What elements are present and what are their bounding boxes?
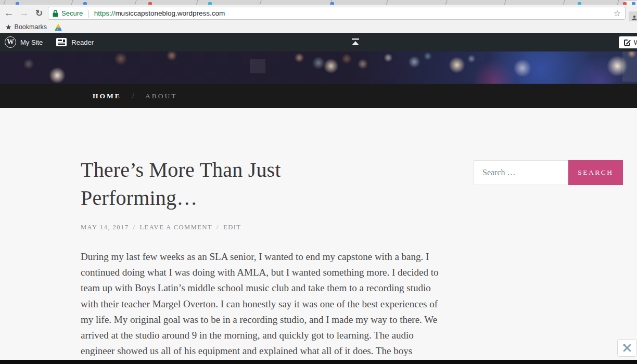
tab-separator (386, 0, 388, 5)
reader-menu[interactable]: Reader (56, 38, 94, 46)
wordpress-admin-bar: W My Site Reader W (0, 33, 637, 51)
nav-item-home[interactable]: HOME (93, 92, 121, 100)
leave-comment-link[interactable]: LEAVE A COMMENT (139, 224, 212, 231)
pencil-edit-icon (623, 38, 631, 47)
write-label: W (634, 38, 637, 46)
extension-glyph-icon (631, 15, 637, 21)
write-button[interactable]: W (619, 36, 637, 48)
header-image (0, 51, 637, 84)
nav-separator: / (132, 92, 134, 100)
tab-separator (563, 0, 565, 5)
header-artifact (622, 51, 637, 82)
tab-separator (445, 0, 448, 5)
page-content: There’s More Than Just Performing… MAY 1… (0, 108, 637, 360)
tools-widget-button[interactable] (617, 339, 636, 357)
reload-icon[interactable]: ↻ (33, 7, 45, 19)
site-navigation: HOME / ABOUT (0, 84, 637, 108)
search-button[interactable]: SEARCH (568, 160, 623, 185)
browser-tab-strip[interactable] (0, 0, 637, 5)
header-artifact (250, 59, 265, 73)
post-meta: MAY 14, 2017/LEAVE A COMMENT/EDIT (81, 224, 441, 231)
url-host[interactable]: musiccapstoneblog.wordpress.com (115, 9, 225, 17)
crossed-tools-icon (622, 343, 632, 353)
reader-icon (56, 38, 67, 46)
tab-separator (3, 0, 6, 5)
browser-toolbar: ← → ↻ Secure | https:// musiccapstoneblo… (0, 5, 637, 21)
bookmark-star-icon[interactable]: ☆ (614, 8, 621, 18)
secure-label: Secure (61, 9, 83, 17)
post-title[interactable]: There’s More Than Just Performing… (81, 156, 372, 212)
address-bar[interactable]: Secure | https:// musiccapstoneblog.word… (48, 7, 626, 20)
edit-link[interactable]: EDIT (223, 224, 241, 231)
back-icon[interactable]: ← (3, 7, 15, 19)
lock-icon (53, 10, 58, 17)
star-icon: ★ (5, 23, 12, 31)
tab-separator (71, 0, 73, 5)
bookmarks-folder[interactable]: ★ Bookmarks (5, 23, 47, 31)
url-scheme: https:// (94, 9, 116, 17)
secure-chip[interactable]: Secure (53, 9, 83, 17)
tab-separator (504, 0, 506, 5)
forward-icon: → (18, 7, 30, 19)
tab-separator (196, 0, 198, 5)
footer-bar (0, 360, 637, 364)
bookmarks-bar: ★ Bookmarks (0, 21, 637, 33)
tab-separator (259, 0, 262, 5)
post-body-text: During my last few weeks as an SLA senio… (81, 249, 441, 364)
reader-label: Reader (71, 38, 94, 46)
meta-separator: / (216, 224, 219, 231)
nav-item-about[interactable]: ABOUT (145, 92, 177, 100)
google-drive-icon[interactable] (54, 23, 62, 31)
search-widget: SEARCH (474, 160, 623, 185)
my-site-menu[interactable]: My Site (20, 38, 43, 46)
search-input[interactable] (474, 160, 568, 185)
scroll-to-top-icon[interactable] (350, 37, 361, 47)
tab-separator (617, 0, 619, 5)
bookmarks-label: Bookmarks (15, 23, 47, 31)
blog-post: There’s More Than Just Performing… MAY 1… (81, 156, 441, 364)
wordpress-logo-icon[interactable]: W (5, 36, 16, 48)
meta-separator: / (133, 224, 135, 231)
omnibox-divider: | (87, 9, 90, 18)
tab-separator (134, 0, 137, 5)
post-date[interactable]: MAY 14, 2017 (81, 224, 129, 231)
